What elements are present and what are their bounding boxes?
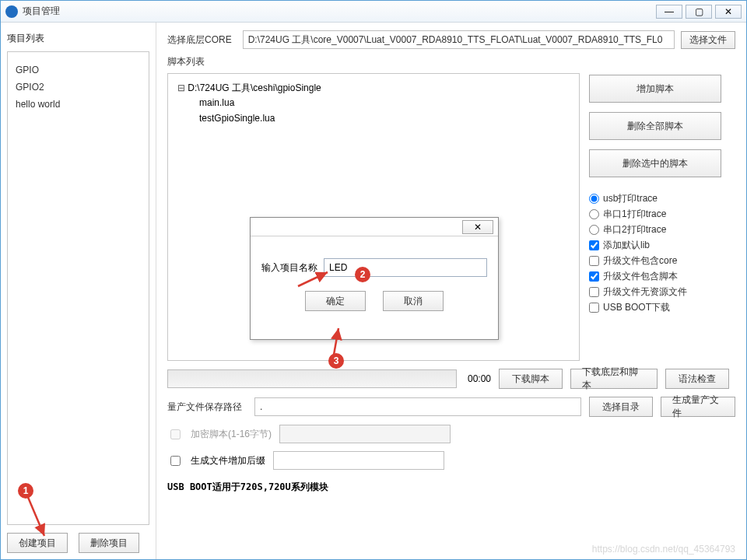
serial1-trace-radio-input[interactable] [589, 209, 599, 219]
app-icon [5, 5, 18, 18]
svg-line-2 [334, 328, 338, 355]
encrypt-row: 加密脚本(1-16字节) [167, 425, 735, 443]
download-script-button[interactable]: 下载脚本 [499, 369, 563, 389]
serial1-trace-radio[interactable]: 串口1打印trace [589, 208, 735, 221]
upgrade-no-resource-label: 升级文件无资源文件 [603, 285, 687, 299]
project-item[interactable]: GPIO [16, 61, 141, 79]
dialog-titlebar: ✕ [251, 218, 498, 236]
project-list[interactable]: GPIO GPIO2 hello world [7, 51, 149, 525]
serial1-trace-label: 串口1打印trace [603, 208, 666, 221]
progress-bar [167, 369, 457, 388]
add-script-button[interactable]: 增加脚本 [589, 75, 721, 103]
core-row: 选择底层CORE 选择文件 [167, 30, 735, 49]
close-button[interactable]: ✕ [715, 5, 742, 19]
tree-item[interactable]: testGpioSingle.lua [177, 110, 570, 126]
core-label: 选择底层CORE [167, 33, 232, 47]
project-list-heading: 项目列表 [7, 29, 149, 51]
upgrade-includes-script-checkbox[interactable] [589, 271, 599, 282]
script-list-heading: 脚本列表 [167, 55, 735, 68]
upgrade-includes-core-check[interactable]: 升级文件包含core [589, 254, 735, 268]
titlebar: 项目管理 — ▢ ✕ [1, 1, 746, 23]
upgrade-includes-script-check[interactable]: 升级文件包含脚本 [589, 270, 735, 283]
download-core-and-script-button[interactable]: 下载底层和脚本 [570, 369, 658, 389]
upgrade-includes-core-label: 升级文件包含core [603, 254, 677, 268]
serial2-trace-label: 串口2打印trace [603, 223, 666, 236]
generate-mass-file-button[interactable]: 生成量产文件 [661, 397, 735, 417]
encrypt-label: 加密脚本(1-16字节) [191, 428, 272, 441]
annotation-marker-3: 3 [328, 353, 344, 369]
choose-core-file-button[interactable]: 选择文件 [681, 31, 735, 49]
maximize-button[interactable]: ▢ [686, 5, 712, 19]
project-name-input[interactable] [324, 258, 487, 277]
serial2-trace-radio-input[interactable] [589, 225, 599, 235]
mass-path-input[interactable] [254, 397, 581, 416]
tree-root[interactable]: D:\724UG 工具\ceshi\gpioSingle [177, 82, 570, 95]
dialog-ok-button[interactable]: 确定 [305, 291, 366, 311]
gen-suffix-input[interactable] [273, 451, 444, 470]
add-default-lib-label: 添加默认lib [603, 239, 650, 252]
usb-trace-label: usb打印trace [603, 192, 658, 205]
upgrade-no-resource-checkbox[interactable] [589, 287, 599, 297]
script-side-actions: 增加脚本 删除全部脚本 删除选中的脚本 usb打印trace 串口1打印trac… [589, 73, 735, 361]
delete-all-scripts-button[interactable]: 删除全部脚本 [589, 112, 721, 140]
usb-boot-label: USB BOOT下载 [603, 301, 670, 314]
dialog-close-button[interactable]: ✕ [462, 220, 493, 234]
usb-boot-check[interactable]: USB BOOT下载 [589, 301, 735, 314]
close-icon: ✕ [474, 222, 482, 233]
annotation-marker-2: 2 [355, 267, 370, 282]
progress-time: 00:00 [468, 373, 491, 384]
dialog-body: 输入项目名称 确定 取消 [251, 236, 498, 319]
gen-suffix-label: 生成文件增加后缀 [191, 454, 265, 467]
close-icon: ✕ [724, 6, 732, 17]
annotation-arrow-1 [24, 492, 55, 544]
delete-project-button[interactable]: 删除项目 [79, 533, 139, 553]
usb-boot-message: USB BOOT适用于720S,720U系列模块 [167, 481, 735, 494]
annotation-arrow-3 [315, 324, 346, 358]
suffix-row: 生成文件增加后缀 [167, 451, 735, 470]
window-title: 项目管理 [23, 5, 60, 18]
dialog-cancel-button[interactable]: 取消 [383, 291, 444, 311]
window-controls: — ▢ ✕ [656, 5, 742, 19]
mass-path-label: 量产文件保存路径 [167, 401, 242, 414]
serial2-trace-radio[interactable]: 串口2打印trace [589, 223, 735, 236]
annotation-arrow-2 [295, 266, 342, 289]
minimize-icon: — [665, 6, 674, 17]
delete-selected-script-button[interactable]: 删除选中的脚本 [589, 149, 721, 177]
download-row: 00:00 下载脚本 下载底层和脚本 语法检查 [167, 369, 735, 389]
annotation-marker-1: 1 [18, 483, 33, 499]
usb-trace-radio[interactable]: usb打印trace [589, 192, 735, 205]
syntax-check-button[interactable]: 语法检查 [665, 369, 729, 389]
gen-suffix-checkbox[interactable] [170, 456, 181, 466]
svg-line-0 [27, 495, 44, 536]
app-window: 项目管理 — ▢ ✕ 项目列表 GPIO GPIO2 hello world 创… [0, 0, 747, 560]
choose-mass-dir-button[interactable]: 选择目录 [589, 397, 653, 417]
svg-line-1 [298, 272, 328, 286]
add-default-lib-check[interactable]: 添加默认lib [589, 239, 735, 252]
tree-item[interactable]: main.lua [177, 95, 570, 110]
left-pane: 项目列表 GPIO GPIO2 hello world 创建项目 删除项目 [1, 23, 156, 559]
mass-row: 量产文件保存路径 选择目录 生成量产文件 [167, 397, 735, 417]
add-default-lib-checkbox[interactable] [589, 240, 599, 250]
upgrade-includes-core-checkbox[interactable] [589, 256, 599, 266]
watermark: https://blog.csdn.net/qq_45364793 [592, 544, 735, 555]
core-path-input[interactable] [243, 30, 675, 49]
project-item[interactable]: hello world [16, 96, 141, 113]
new-project-dialog: ✕ 输入项目名称 确定 取消 [250, 217, 499, 340]
project-item[interactable]: GPIO2 [16, 79, 141, 96]
usb-trace-radio-input[interactable] [589, 194, 599, 204]
maximize-icon: ▢ [695, 6, 703, 17]
encrypt-checkbox [170, 429, 181, 439]
minimize-button[interactable]: — [656, 5, 682, 19]
upgrade-includes-script-label: 升级文件包含脚本 [603, 270, 678, 283]
usb-boot-checkbox[interactable] [589, 303, 599, 313]
upgrade-no-resource-check[interactable]: 升级文件无资源文件 [589, 285, 735, 299]
encrypt-input [279, 425, 451, 443]
